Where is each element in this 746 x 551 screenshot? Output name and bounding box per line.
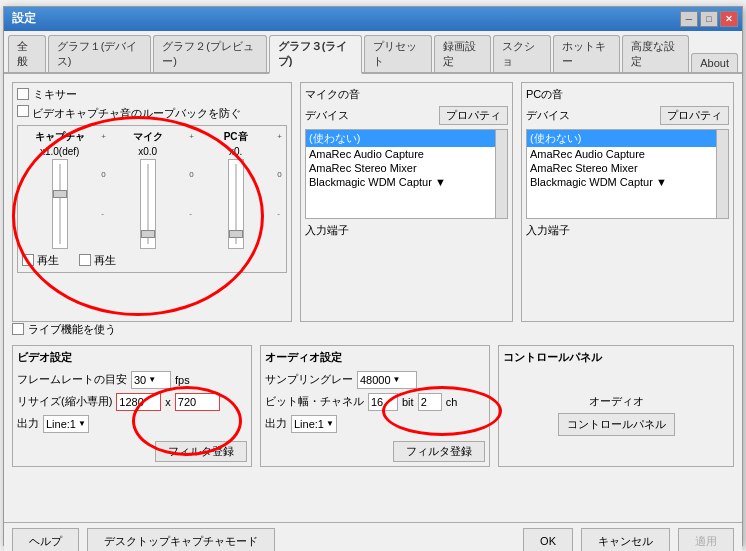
video-settings-box: ビデオ設定 フレームレートの目安 30 ▼ fps リサイズ(縮小専用) x xyxy=(12,345,252,467)
video-output-value: Line:1 xyxy=(46,418,76,430)
mic-device-item-3[interactable]: Blackmagic WDM Captur ▼ xyxy=(306,175,495,189)
help-button[interactable]: ヘルプ xyxy=(12,528,79,551)
tab-bar: 全般 グラフ１(デバイス) グラフ２(プレビュー) グラフ３(ライブ) プリセッ… xyxy=(4,31,742,74)
framerate-dropdown[interactable]: 30 ▼ xyxy=(131,371,171,389)
minimize-button[interactable]: ─ xyxy=(680,11,698,27)
resize-width-input[interactable] xyxy=(116,393,161,411)
bit-depth-label: ビット幅・チャネル xyxy=(265,394,364,409)
sampling-value: 48000 xyxy=(360,374,391,386)
pc-input-terminal-label: 入力端子 xyxy=(526,223,729,238)
mark-minus: - xyxy=(101,209,106,218)
framerate-label: フレームレートの目安 xyxy=(17,372,127,387)
mic-device-scrollbar[interactable] xyxy=(495,130,507,218)
video-output-label: 出力 xyxy=(17,416,39,431)
pc-device-item-0[interactable]: (使わない) xyxy=(527,130,716,147)
pc-device-list[interactable]: (使わない) AmaRec Audio Capture AmaRec Stere… xyxy=(526,129,729,219)
slider-marks-capture: + 0 - xyxy=(101,130,106,220)
pc-device-item-3[interactable]: Blackmagic WDM Captur ▼ xyxy=(527,175,716,189)
bit-depth-row: ビット幅・チャネル bit ch xyxy=(265,393,485,411)
mic-props-button[interactable]: プロパティ xyxy=(439,106,508,125)
resize-label: リサイズ(縮小専用) xyxy=(17,394,112,409)
video-output-arrow: ▼ xyxy=(78,419,86,428)
resize-row: リサイズ(縮小専用) x xyxy=(17,393,247,411)
audio-filter-row: フィルタ登録 xyxy=(265,437,485,462)
playback-checkbox-2[interactable] xyxy=(79,254,91,266)
tab-graph3[interactable]: グラフ３(ライブ) xyxy=(269,35,363,74)
pc-device-item-2[interactable]: AmaRec Stereo Mixer xyxy=(527,161,716,175)
pc-props-button[interactable]: プロパティ xyxy=(660,106,729,125)
mic-device-row: デバイス プロパティ xyxy=(305,106,508,125)
mixer-header: ミキサー xyxy=(17,87,287,102)
video-output-dropdown[interactable]: Line:1 ▼ xyxy=(43,415,89,433)
ok-button[interactable]: OK xyxy=(523,528,573,551)
video-filter-row: フィルタ登録 xyxy=(17,437,247,462)
framerate-row: フレームレートの目安 30 ▼ fps xyxy=(17,371,247,389)
capture-slider-thumb[interactable] xyxy=(53,190,67,198)
pc-slider[interactable] xyxy=(228,159,244,249)
pc-device-label: デバイス xyxy=(526,108,570,123)
audio-filter-button[interactable]: フィルタ登録 xyxy=(393,441,485,462)
pc-col-value: x0. xyxy=(229,146,242,157)
audio-output-arrow: ▼ xyxy=(326,419,334,428)
resize-height-input[interactable] xyxy=(175,393,220,411)
bit-depth-input[interactable] xyxy=(368,393,398,411)
mixer-inner: キャプチャ x1.0(def) + 0 - xyxy=(17,125,287,273)
mixer-col-pc: PC音 x0. xyxy=(198,130,273,249)
mic-device-list[interactable]: (使わない) AmaRec Audio Capture AmaRec Stere… xyxy=(305,129,508,219)
loopback-text: ビデオキャプチャ音のループバックを防ぐ xyxy=(32,107,241,119)
loopback-checkbox[interactable] xyxy=(17,105,29,117)
live-checkbox[interactable] xyxy=(12,323,24,335)
tab-general[interactable]: 全般 xyxy=(8,35,46,72)
tab-screenshot[interactable]: スクショ xyxy=(493,35,550,72)
pc-mark-zero: 0 xyxy=(277,170,282,179)
mic-input-terminal-label: 入力端子 xyxy=(305,223,508,238)
audio-output-dropdown[interactable]: Line:1 ▼ xyxy=(291,415,337,433)
tab-about[interactable]: About xyxy=(691,53,738,72)
mic-sound-title: マイクの音 xyxy=(305,87,508,102)
cancel-button[interactable]: キャンセル xyxy=(581,528,670,551)
maximize-button[interactable]: □ xyxy=(700,11,718,27)
apply-button[interactable]: 適用 xyxy=(678,528,734,551)
mixer-box: ミキサー ビデオキャプチャ音のループバックを防ぐ キャプチャ x1.0(def) xyxy=(12,82,292,322)
control-panel-title: コントロールパネル xyxy=(503,350,729,365)
mic-slider[interactable] xyxy=(140,159,156,249)
sampling-dropdown[interactable]: 48000 ▼ xyxy=(357,371,417,389)
mic-device-item-0[interactable]: (使わない) xyxy=(306,130,495,147)
main-content: ミキサー ビデオキャプチャ音のループバックを防ぐ キャプチャ x1.0(def) xyxy=(4,74,742,522)
capture-slider[interactable] xyxy=(52,159,68,249)
tab-preset[interactable]: プリセット xyxy=(364,35,431,72)
mark-plus: + xyxy=(101,132,106,141)
mic-mark-zero: 0 xyxy=(189,170,194,179)
pc-mark-plus: + xyxy=(277,132,282,141)
tab-graph2[interactable]: グラフ２(プレビュー) xyxy=(153,35,266,72)
ch-input[interactable] xyxy=(418,393,442,411)
pc-sound-title: PCの音 xyxy=(526,87,729,102)
control-panel-button[interactable]: コントロールパネル xyxy=(558,413,675,436)
video-filter-button[interactable]: フィルタ登録 xyxy=(155,441,247,462)
tab-graph1[interactable]: グラフ１(デバイス) xyxy=(48,35,152,72)
tab-advanced[interactable]: 高度な設定 xyxy=(622,35,689,72)
pc-sound-box: PCの音 デバイス プロパティ (使わない) AmaRec Audio Capt… xyxy=(521,82,734,322)
playback-checkbox-1[interactable] xyxy=(22,254,34,266)
video-output-row: 出力 Line:1 ▼ xyxy=(17,415,247,433)
framerate-value: 30 xyxy=(134,374,146,386)
video-settings-title: ビデオ設定 xyxy=(17,350,247,365)
capture-col-value: x1.0(def) xyxy=(40,146,79,157)
control-panel-box: コントロールパネル オーディオ コントロールパネル xyxy=(498,345,734,467)
mic-device-item-1[interactable]: AmaRec Audio Capture xyxy=(306,147,495,161)
desktop-capture-button[interactable]: デスクトップキャプチャモード xyxy=(87,528,275,551)
capture-slider-line xyxy=(59,164,61,244)
playback-row: 再生 再生 xyxy=(22,253,282,268)
audio-output-label: 出力 xyxy=(265,416,287,431)
pc-mark-minus: - xyxy=(277,209,282,218)
pc-device-scrollbar[interactable] xyxy=(716,130,728,218)
mic-slider-thumb[interactable] xyxy=(141,230,155,238)
pc-slider-thumb[interactable] xyxy=(229,230,243,238)
mic-device-item-2[interactable]: AmaRec Stereo Mixer xyxy=(306,161,495,175)
tab-hotkey[interactable]: ホットキー xyxy=(553,35,620,72)
tab-recording[interactable]: 録画設定 xyxy=(434,35,491,72)
framerate-arrow: ▼ xyxy=(148,375,156,384)
close-button[interactable]: ✕ xyxy=(720,11,738,27)
pc-device-item-1[interactable]: AmaRec Audio Capture xyxy=(527,147,716,161)
mixer-checkbox[interactable] xyxy=(17,88,29,100)
